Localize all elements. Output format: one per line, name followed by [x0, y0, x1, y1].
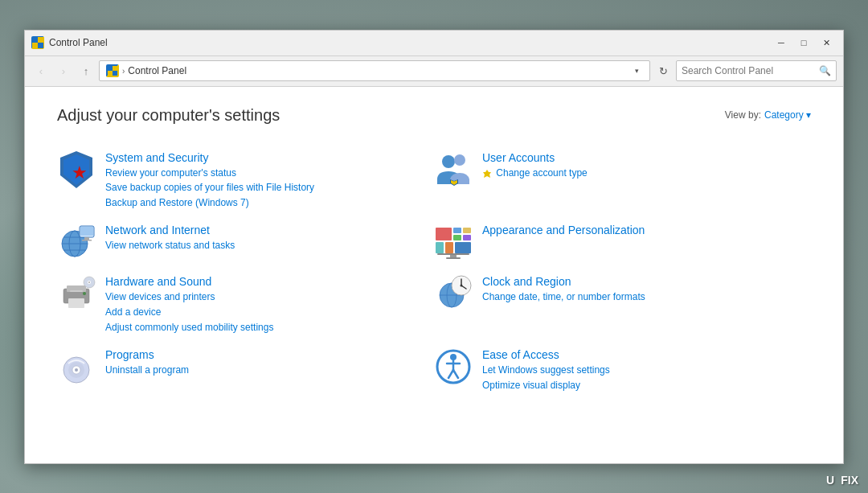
svg-point-10	[454, 154, 465, 166]
breadcrumb-dropdown[interactable]: ▾	[630, 61, 643, 80]
svg-rect-18	[84, 237, 89, 240]
svg-rect-3	[38, 43, 43, 48]
page-title: Adjust your computer's settings	[57, 106, 280, 125]
category-system-security[interactable]: ★ System and Security Review your comput…	[57, 144, 434, 217]
user-accounts-title[interactable]: User Accounts	[482, 150, 588, 165]
nav-bar: ‹ › ↑ › Control Panel ▾ ↻ 🔍	[25, 56, 843, 87]
programs-link-1[interactable]: Uninstall a program	[105, 364, 189, 377]
corner-label-u: U	[826, 474, 834, 487]
programs-icon	[57, 347, 96, 386]
svg-rect-20	[436, 228, 452, 240]
hardware-sound-icon	[57, 274, 96, 313]
svg-rect-28	[437, 253, 469, 255]
programs-text: Programs Uninstall a program	[105, 347, 189, 377]
close-button[interactable]: ✕	[816, 35, 837, 51]
system-security-text: System and Security Review your computer…	[105, 150, 314, 211]
search-icon: 🔍	[819, 65, 831, 76]
search-box[interactable]: 🔍	[676, 60, 837, 81]
clock-region-link-1[interactable]: Change date, time, or number formats	[482, 290, 645, 304]
category-network-internet[interactable]: Network and Internet View network status…	[57, 216, 434, 268]
categories-grid: ★ System and Security Review your comput…	[57, 144, 811, 399]
ease-access-text: Ease of Access Let Windows suggest setti…	[482, 347, 610, 392]
network-internet-text: Network and Internet View network status…	[105, 223, 235, 253]
control-panel-window: Control Panel ─ □ ✕ ‹ › ↑ › Control Pane…	[24, 30, 844, 464]
system-security-link-3[interactable]: Backup and Restore (Windows 7)	[105, 196, 314, 210]
ease-access-icon	[434, 347, 473, 386]
svg-text:★: ★	[72, 162, 88, 183]
user-accounts-icon	[434, 150, 473, 189]
hardware-sound-title[interactable]: Hardware and Sound	[105, 274, 273, 289]
minimize-button[interactable]: ─	[771, 35, 792, 51]
svg-rect-19	[82, 240, 92, 241]
appearance-icon	[434, 223, 473, 261]
svg-rect-23	[463, 228, 471, 233]
svg-rect-0	[32, 37, 38, 43]
system-security-link-1[interactable]: Review your computer's status	[105, 166, 314, 180]
corner-label-fix: FIX	[841, 474, 858, 487]
title-bar-left: Control Panel	[31, 36, 108, 49]
svg-rect-2	[32, 43, 38, 48]
svg-rect-6	[108, 71, 113, 76]
up-button[interactable]: ↑	[76, 61, 96, 80]
category-appearance[interactable]: Appearance and Personalization	[434, 216, 811, 268]
view-by-label: View by:	[725, 109, 761, 121]
refresh-button[interactable]: ↻	[653, 60, 673, 81]
programs-title[interactable]: Programs	[105, 347, 189, 362]
category-user-accounts[interactable]: User Accounts Change account type	[434, 144, 811, 217]
clock-region-icon	[434, 274, 473, 313]
svg-rect-17	[80, 227, 93, 236]
view-by-dropdown[interactable]: Category ▾	[764, 109, 811, 121]
network-internet-icon	[57, 223, 96, 261]
title-bar: Control Panel ─ □ ✕	[25, 31, 843, 56]
ease-access-title[interactable]: Ease of Access	[482, 347, 610, 362]
svg-rect-1	[38, 37, 43, 43]
svg-rect-22	[453, 235, 461, 240]
content-header: Adjust your computer's settings View by:…	[57, 106, 811, 125]
svg-point-9	[442, 155, 455, 168]
svg-rect-29	[450, 255, 457, 257]
system-security-link-2[interactable]: Save backup copies of your files with Fi…	[105, 181, 314, 195]
clock-region-title[interactable]: Clock and Region	[482, 274, 645, 289]
svg-rect-24	[463, 235, 471, 240]
svg-point-46	[461, 285, 463, 287]
svg-rect-25	[436, 242, 444, 253]
search-input[interactable]	[682, 65, 816, 76]
category-clock-region[interactable]: Clock and Region Change date, time, or n…	[434, 268, 811, 341]
svg-rect-33	[68, 298, 84, 308]
svg-rect-26	[445, 242, 453, 253]
title-bar-controls: ─ □ ✕	[771, 35, 837, 51]
svg-rect-21	[453, 228, 461, 233]
clock-region-text: Clock and Region Change date, time, or n…	[482, 274, 645, 304]
svg-rect-27	[455, 242, 471, 253]
appearance-title[interactable]: Appearance and Personalization	[482, 223, 645, 237]
breadcrumb-separator: ›	[122, 67, 125, 76]
category-programs[interactable]: Programs Uninstall a program	[57, 341, 434, 399]
hardware-sound-text: Hardware and Sound View devices and prin…	[105, 274, 273, 335]
breadcrumb-current: Control Panel	[128, 65, 186, 76]
category-ease-access[interactable]: Ease of Access Let Windows suggest setti…	[434, 341, 811, 399]
network-internet-link-1[interactable]: View network status and tasks	[105, 239, 235, 253]
network-internet-title[interactable]: Network and Internet	[105, 223, 235, 237]
content-area: Adjust your computer's settings View by:…	[25, 87, 843, 463]
svg-rect-30	[446, 257, 461, 259]
appearance-text: Appearance and Personalization	[482, 223, 645, 237]
svg-rect-34	[70, 290, 83, 292]
breadcrumb-bar[interactable]: › Control Panel ▾	[99, 60, 650, 81]
forward-button[interactable]: ›	[54, 61, 73, 80]
corner-labels: U FIX	[826, 474, 858, 487]
maximize-button[interactable]: □	[793, 35, 814, 51]
hardware-sound-link-2[interactable]: Add a device	[105, 306, 273, 319]
svg-rect-4	[108, 66, 113, 71]
system-security-title[interactable]: System and Security	[105, 150, 314, 165]
hardware-sound-link-3[interactable]: Adjust commonly used mobility settings	[105, 321, 273, 335]
user-accounts-link-1[interactable]: Change account type	[482, 166, 588, 180]
breadcrumb-icon	[106, 64, 119, 77]
svg-point-50	[75, 368, 78, 372]
category-hardware-sound[interactable]: Hardware and Sound View devices and prin…	[57, 268, 434, 341]
ease-access-link-1[interactable]: Let Windows suggest settings	[482, 364, 610, 377]
back-button[interactable]: ‹	[31, 61, 51, 80]
user-accounts-text: User Accounts Change account type	[482, 150, 588, 180]
ease-access-link-2[interactable]: Optimize visual display	[482, 379, 610, 392]
hardware-sound-link-1[interactable]: View devices and printers	[105, 290, 273, 304]
svg-point-38	[88, 281, 90, 283]
